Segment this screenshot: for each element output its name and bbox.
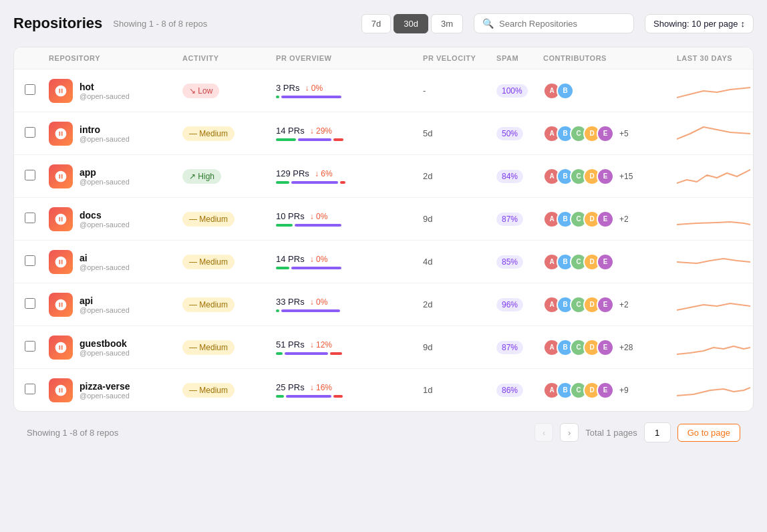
contributors-col-header: CONTRIBUTORS (543, 54, 677, 62)
pr-velocity-cell: 2d (423, 171, 496, 181)
pr-change: ↓ 29% (310, 126, 332, 136)
spam-cell: 86% (496, 384, 543, 397)
pr-velocity-cell: 4d (423, 257, 496, 267)
activity-cell: — Medium (182, 340, 276, 355)
spam-badge: 86% (496, 384, 523, 397)
go-to-page-button[interactable]: Go to page (677, 424, 740, 442)
repo-info: app@open-sauced (49, 164, 182, 188)
activity-badge: — Medium (182, 297, 235, 312)
pr-change: ↓ 16% (310, 383, 332, 392)
repo-org: @open-sauced (80, 135, 130, 143)
pr-overview-col-header: PR OVERVIEW (276, 54, 423, 62)
prev-page-button[interactable]: ‹ (534, 423, 553, 442)
next-page-button[interactable]: › (560, 423, 579, 442)
repo-name[interactable]: intro (80, 124, 130, 135)
spam-cell: 84% (496, 170, 543, 183)
repo-icon[interactable] (49, 122, 73, 146)
row-checkbox[interactable] (25, 341, 35, 352)
repo-name[interactable]: app (80, 167, 130, 178)
repo-info: api@open-sauced (49, 293, 182, 317)
sparkline-cell (677, 120, 754, 146)
avatar: E (597, 125, 614, 142)
pr-overview-cell: 14 PRs↓ 0% (276, 254, 423, 269)
row-checkbox[interactable] (25, 298, 35, 309)
row-checkbox-wrap (25, 213, 49, 225)
activity-badge: ↗ High (182, 169, 221, 184)
time-filter-group: 7d 30d 3m (361, 14, 463, 33)
table-row: guestbook@open-sauced— Medium51 PRs↓ 12%… (14, 326, 753, 369)
sparkline-chart (677, 291, 750, 315)
row-checkbox[interactable] (25, 84, 35, 95)
sparkline-chart (677, 206, 750, 230)
row-checkbox-wrap (25, 127, 49, 140)
page-container: Repositories Showing 1 - 8 of 8 repos 7d… (0, 0, 767, 532)
pr-bar (276, 138, 349, 141)
repos-table: REPOSITORY ACTIVITY PR OVERVIEW PR VELOC… (13, 47, 754, 412)
avatar: E (597, 296, 614, 313)
table-headers: REPOSITORY ACTIVITY PR OVERVIEW PR VELOC… (14, 47, 753, 70)
page-number-input[interactable] (644, 422, 671, 442)
spam-cell: 50% (496, 127, 543, 140)
repo-text: app@open-sauced (80, 167, 130, 186)
row-checkbox[interactable] (25, 384, 35, 394)
pr-overview-cell: 3 PRs↓ 0% (276, 83, 423, 98)
repo-info: intro@open-sauced (49, 122, 182, 146)
repo-icon[interactable] (49, 79, 73, 103)
repo-name[interactable]: pizza-verse (80, 381, 130, 392)
pr-bar (276, 352, 349, 355)
spam-cell: 85% (496, 255, 543, 269)
pr-bar (276, 267, 349, 269)
search-input[interactable] (499, 19, 625, 29)
page-title: Repositories (13, 15, 102, 32)
repo-icon[interactable] (49, 378, 73, 402)
time-filter-7d[interactable]: 7d (361, 14, 391, 33)
per-page-selector[interactable]: Showing: 10 per page ↕ (645, 14, 754, 33)
row-checkbox-wrap (25, 384, 49, 396)
row-checkbox[interactable] (25, 170, 35, 180)
row-checkbox-wrap (25, 84, 49, 97)
table-row: docs@open-sauced— Medium10 PRs↓ 0%9d87%A… (14, 198, 753, 241)
avatar: E (597, 339, 614, 356)
contributors-cell: ABCDE+2 (543, 211, 677, 228)
repo-icon[interactable] (49, 164, 73, 188)
activity-badge: — Medium (182, 212, 235, 227)
contributors-cell: ABCDE+9 (543, 382, 677, 399)
activity-cell: ↘ Low (182, 84, 276, 98)
time-filter-30d[interactable]: 30d (394, 14, 428, 33)
repo-text: pizza-verse@open-sauced (80, 381, 130, 400)
repo-icon[interactable] (49, 250, 73, 274)
sparkline-chart (677, 334, 750, 358)
repo-org: @open-sauced (80, 178, 130, 186)
repo-name[interactable]: docs (80, 210, 130, 221)
avatar: E (597, 253, 614, 271)
spam-cell: 87% (496, 213, 543, 226)
activity-cell: ↗ High (182, 169, 276, 184)
repo-icon[interactable] (49, 207, 73, 231)
repo-text: api@open-sauced (80, 295, 130, 314)
search-box[interactable]: 🔍 (474, 13, 634, 33)
pr-bar (276, 181, 349, 184)
time-filter-3m[interactable]: 3m (431, 14, 463, 33)
repo-name[interactable]: api (80, 295, 130, 306)
row-checkbox[interactable] (25, 127, 35, 138)
activity-badge: — Medium (182, 383, 235, 398)
sparkline-cell (677, 377, 754, 403)
repo-icon[interactable] (49, 293, 73, 317)
pr-count: 33 PRs (276, 297, 305, 307)
repo-name[interactable]: hot (80, 82, 130, 92)
row-checkbox[interactable] (25, 213, 35, 223)
spam-badge: 96% (496, 298, 523, 311)
pr-overview-cell: 51 PRs↓ 12% (276, 340, 423, 355)
repo-name[interactable]: ai (80, 253, 130, 263)
repo-icon[interactable] (49, 336, 73, 360)
activity-cell: — Medium (182, 126, 276, 141)
repository-col-header: REPOSITORY (49, 54, 182, 62)
pr-change: ↓ 0% (310, 212, 328, 221)
pr-change: ↓ 0% (310, 255, 328, 264)
avatar: B (557, 82, 574, 100)
sparkline-cell (677, 291, 754, 317)
repo-name[interactable]: guestbook (80, 338, 130, 349)
row-checkbox[interactable] (25, 255, 35, 266)
sparkline-chart (677, 78, 750, 102)
sparkline-cell (677, 334, 754, 360)
